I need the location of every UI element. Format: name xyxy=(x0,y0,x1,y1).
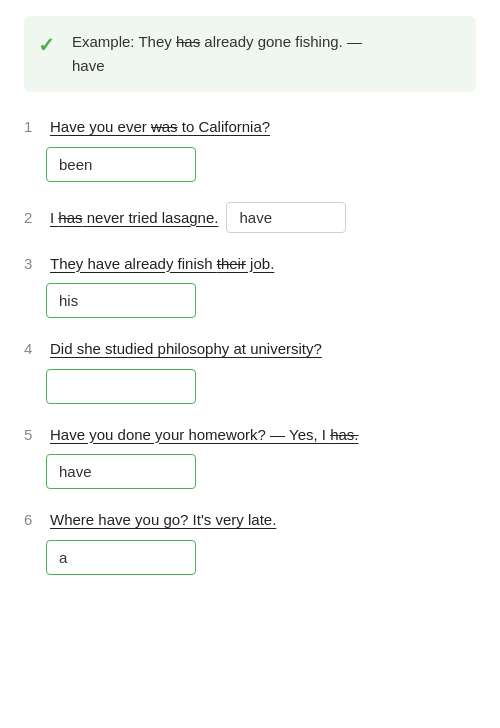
question-2-inline-answer: have xyxy=(226,202,346,233)
question-1-number: 1 xyxy=(24,118,42,135)
question-5-number: 5 xyxy=(24,426,42,443)
question-5: 5 Have you done your homework? — Yes, I … xyxy=(24,424,476,490)
question-6: 6 Where have you go? It's very late. xyxy=(24,509,476,575)
question-1: 1 Have you ever was to California? xyxy=(24,116,476,182)
example-content: Example: They has already gone fishing. … xyxy=(72,30,460,78)
question-1-text: Have you ever was to California? xyxy=(50,116,270,139)
question-6-text: Where have you go? It's very late. xyxy=(50,509,276,532)
question-5-input[interactable] xyxy=(46,454,196,489)
question-3-text: They have already finish their job. xyxy=(50,253,274,276)
question-6-row: 6 Where have you go? It's very late. xyxy=(24,509,476,532)
question-1-strikeword: was xyxy=(151,118,178,135)
question-1-input[interactable] xyxy=(46,147,196,182)
question-3-number: 3 xyxy=(24,255,42,272)
question-6-number: 6 xyxy=(24,511,42,528)
question-6-input[interactable] xyxy=(46,540,196,575)
question-5-row: 5 Have you done your homework? — Yes, I … xyxy=(24,424,476,447)
question-4: 4 Did she studied philosophy at universi… xyxy=(24,338,476,404)
example-middle: already gone fishing. — xyxy=(200,33,362,50)
question-3-strikeword: their xyxy=(217,255,246,272)
question-4-number: 4 xyxy=(24,340,42,357)
question-2-number: 2 xyxy=(24,209,42,226)
question-1-row: 1 Have you ever was to California? xyxy=(24,116,476,139)
question-2-text: I has never tried lasagne. xyxy=(50,207,218,230)
question-3: 3 They have already finish their job. xyxy=(24,253,476,319)
example-box: ✓ Example: They has already gone fishing… xyxy=(24,16,476,92)
question-2: 2 I has never tried lasagne. have xyxy=(24,202,476,233)
question-5-strikeword: has. xyxy=(330,426,358,443)
question-4-input[interactable] xyxy=(46,369,196,404)
question-3-row: 3 They have already finish their job. xyxy=(24,253,476,276)
example-prefix: Example: They xyxy=(72,33,176,50)
question-4-row: 4 Did she studied philosophy at universi… xyxy=(24,338,476,361)
question-2-strikeword: has xyxy=(58,209,82,226)
question-5-text: Have you done your homework? — Yes, I ha… xyxy=(50,424,359,447)
question-2-row: 2 I has never tried lasagne. have xyxy=(24,202,476,233)
example-strikeword: has xyxy=(176,33,200,50)
check-icon: ✓ xyxy=(38,30,55,60)
question-3-input[interactable] xyxy=(46,283,196,318)
question-4-text: Did she studied philosophy at university… xyxy=(50,338,322,361)
example-answer: have xyxy=(72,57,105,74)
